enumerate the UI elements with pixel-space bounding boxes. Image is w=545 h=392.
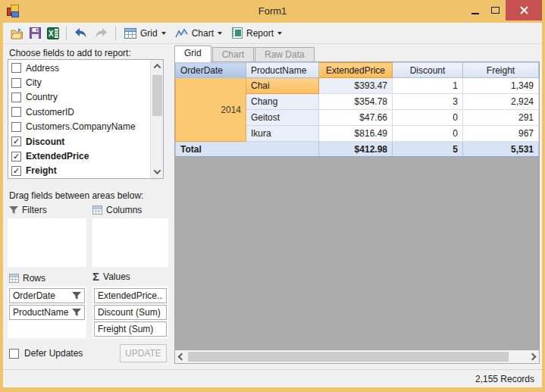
total-extendedprice-cell[interactable]: $412.98 [319, 142, 393, 157]
total-freight-cell[interactable]: 5,531 [463, 142, 539, 157]
area-field-item[interactable]: Freight (Sum) [94, 321, 167, 337]
update-button[interactable]: UPDATE [120, 344, 167, 362]
field-checkbox[interactable] [11, 122, 21, 132]
defer-updates-control[interactable]: Defer Updates [9, 348, 83, 359]
tab-raw-data[interactable]: Raw Data [255, 47, 315, 62]
field-checkbox[interactable] [11, 93, 21, 102]
svg-text:X: X [49, 30, 54, 38]
field-list-item[interactable]: Customers.CompanyName [8, 120, 150, 134]
field-list-item[interactable]: ✓ExtendedPrice [8, 149, 150, 163]
window-title: Form1 [0, 0, 545, 23]
grid-menu[interactable]: Grid [120, 24, 171, 42]
field-list-scrollbar[interactable] [150, 60, 163, 178]
product-cell[interactable]: Chang [246, 94, 319, 110]
excel-icon: X [47, 27, 59, 39]
tab-grid[interactable]: Grid [174, 45, 211, 62]
scrollbar-thumb[interactable] [188, 352, 509, 362]
field-checkbox[interactable]: ✓ [11, 136, 21, 146]
field-checkbox[interactable]: ✓ [11, 166, 21, 176]
product-cell[interactable]: Ikura [246, 126, 319, 142]
field-list-item[interactable]: Address [8, 61, 150, 75]
column-header-orderdate[interactable]: OrderDate [176, 63, 246, 78]
filter-funnel-icon[interactable] [72, 292, 81, 300]
columns-drop-area[interactable] [92, 218, 168, 267]
column-header-freight[interactable]: Freight [463, 63, 539, 78]
field-checkbox[interactable] [11, 63, 21, 73]
export-excel-button[interactable]: X [44, 24, 62, 42]
area-field-label: Discount (Sum) [98, 307, 161, 318]
extendedprice-cell[interactable]: $47.66 [319, 110, 393, 126]
freight-cell[interactable]: 967 [463, 126, 539, 142]
field-label: Country [26, 92, 58, 102]
report-menu[interactable]: Report [227, 24, 287, 42]
grid-table-icon [124, 28, 136, 39]
total-discount-cell[interactable]: 5 [393, 142, 463, 157]
scrollbar-thumb[interactable] [152, 75, 162, 116]
columns-table-icon [92, 205, 102, 215]
close-button[interactable] [506, 0, 542, 20]
product-cell[interactable]: Chai [246, 78, 319, 94]
undo-button[interactable] [70, 24, 91, 42]
record-count: 2,155 Records [475, 374, 534, 384]
values-drop-area[interactable]: ExtendedPrice...Discount (Sum)Freight (S… [92, 287, 168, 338]
rows-area-label: Rows [9, 273, 45, 284]
column-header-productname[interactable]: ProductName [246, 63, 319, 78]
extendedprice-cell[interactable]: $816.49 [319, 126, 393, 142]
scroll-up-button[interactable] [151, 60, 164, 73]
freight-cell[interactable]: 291 [463, 110, 539, 126]
chart-menu-label: Chart [192, 28, 214, 39]
field-list-item[interactable]: CustomerID [8, 105, 150, 119]
chevron-down-icon [277, 32, 282, 35]
total-label-cell[interactable]: Total [176, 142, 319, 157]
filters-drop-area[interactable] [8, 218, 86, 267]
field-checkbox[interactable] [11, 107, 21, 117]
scroll-left-button[interactable] [175, 350, 188, 363]
grid-tab-content: OrderDate ProductName ExtendedPrice Disc… [174, 61, 540, 364]
column-header-extendedprice[interactable]: ExtendedPrice [319, 63, 393, 78]
defer-updates-checkbox[interactable] [9, 349, 19, 359]
area-field-item[interactable]: ExtendedPrice... [94, 288, 167, 303]
chevron-down-icon [218, 32, 222, 35]
rows-drop-area[interactable]: OrderDateProductName [8, 287, 86, 338]
scroll-right-button[interactable] [526, 350, 539, 363]
group-cell-year[interactable]: 2014 [176, 78, 246, 142]
extendedprice-cell[interactable]: $393.47 [319, 78, 393, 94]
chart-icon [175, 28, 188, 39]
rows-table-icon [9, 274, 19, 283]
freight-cell[interactable]: 2,924 [463, 94, 539, 110]
field-checkbox[interactable]: ✓ [11, 152, 21, 162]
redo-button[interactable] [91, 24, 111, 42]
field-checkbox[interactable] [11, 78, 21, 88]
area-field-item[interactable]: ProductName [9, 305, 85, 320]
chevron-down-icon [154, 167, 161, 174]
toolbar-separator [66, 26, 67, 41]
discount-cell[interactable]: 0 [393, 126, 463, 142]
discount-cell[interactable]: 1 [393, 78, 463, 94]
column-header-discount[interactable]: Discount [393, 63, 463, 78]
field-label: Customers.CompanyName [26, 121, 136, 132]
minimize-button[interactable] [465, 0, 485, 20]
pivot-panel: Grid Chart Raw Data OrderDate ProductNam… [174, 45, 540, 364]
horizontal-scrollbar[interactable] [175, 350, 539, 363]
filter-funnel-icon[interactable] [72, 309, 81, 317]
total-row: Total $412.98 5 5,531 [176, 142, 539, 157]
field-list-item[interactable]: ✓Discount [8, 134, 150, 149]
save-button[interactable] [27, 24, 44, 42]
tab-chart[interactable]: Chart [212, 47, 254, 62]
field-list-item[interactable]: City [8, 75, 150, 89]
area-field-item[interactable]: Discount (Sum) [94, 305, 167, 320]
client-area: Choose fields to add to report: AddressC… [3, 44, 542, 369]
field-list-item[interactable]: Country [8, 90, 150, 105]
chart-menu[interactable]: Chart [171, 24, 227, 42]
product-cell[interactable]: Geitost [246, 110, 319, 126]
discount-cell[interactable]: 0 [393, 110, 463, 126]
discount-cell[interactable]: 3 [393, 94, 463, 110]
scroll-down-button[interactable] [151, 165, 164, 178]
field-list-item[interactable]: ✓Freight [8, 164, 150, 178]
extendedprice-cell[interactable]: $354.78 [319, 94, 393, 110]
freight-cell[interactable]: 1,349 [463, 78, 539, 94]
pivot-grid: OrderDate ProductName ExtendedPrice Disc… [175, 62, 539, 157]
maximize-button[interactable] [485, 0, 506, 20]
area-field-item[interactable]: OrderDate [9, 288, 85, 303]
open-button[interactable] [8, 24, 27, 42]
